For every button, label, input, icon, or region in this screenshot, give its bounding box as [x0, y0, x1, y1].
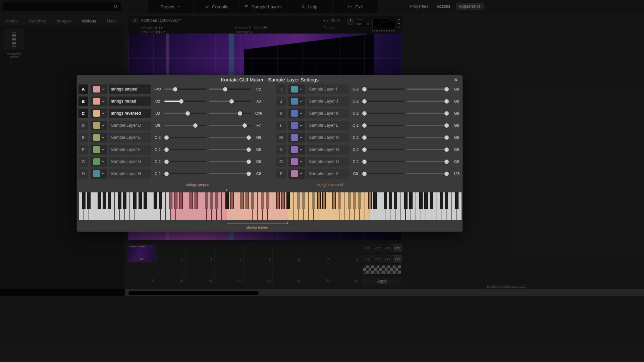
layer-high-slider[interactable]: [209, 87, 251, 92]
layer-high-slider[interactable]: [209, 171, 251, 176]
slider-handle[interactable]: [444, 111, 449, 116]
layer-letter[interactable]: O: [276, 157, 286, 167]
slider-handle[interactable]: [362, 147, 367, 152]
black-key[interactable]: [133, 192, 137, 209]
black-key[interactable]: [261, 192, 264, 209]
layer-color-picker[interactable]: [288, 121, 305, 130]
layer-letter[interactable]: P: [276, 169, 286, 179]
black-key[interactable]: [312, 192, 315, 209]
slider-handle[interactable]: [444, 147, 449, 152]
black-key[interactable]: [87, 192, 91, 209]
slider-handle[interactable]: [444, 160, 449, 164]
black-key[interactable]: [317, 192, 321, 209]
black-key[interactable]: [139, 192, 142, 209]
black-key[interactable]: [455, 192, 459, 209]
black-key[interactable]: [322, 192, 326, 209]
black-key[interactable]: [389, 192, 392, 209]
black-key[interactable]: [286, 192, 290, 209]
black-key[interactable]: [230, 192, 234, 209]
layer-low-slider[interactable]: [362, 87, 404, 92]
layer-high-slider[interactable]: [407, 99, 449, 104]
black-key[interactable]: [353, 192, 356, 209]
black-key[interactable]: [190, 192, 193, 209]
layer-name-field[interactable]: strings muted: [109, 97, 151, 106]
black-key[interactable]: [419, 192, 423, 209]
slider-handle[interactable]: [362, 87, 367, 92]
layer-color-picker[interactable]: [91, 121, 107, 130]
black-key[interactable]: [297, 192, 300, 209]
black-key[interactable]: [123, 192, 126, 209]
slider-handle[interactable]: [362, 123, 367, 128]
black-key[interactable]: [302, 192, 305, 209]
black-key[interactable]: [430, 192, 433, 209]
layer-letter[interactable]: N: [276, 145, 286, 155]
layer-low-slider[interactable]: [362, 159, 404, 164]
layer-low-slider[interactable]: [164, 135, 206, 140]
slider-handle[interactable]: [247, 135, 251, 140]
layer-color-picker[interactable]: [91, 97, 107, 106]
black-key[interactable]: [159, 192, 162, 209]
layer-high-slider[interactable]: [407, 123, 449, 128]
black-key[interactable]: [440, 192, 443, 209]
layer-high-slider[interactable]: [407, 171, 449, 176]
black-key[interactable]: [205, 192, 208, 209]
layer-name-field[interactable]: Sample Layer N: [307, 145, 349, 155]
black-key[interactable]: [373, 192, 377, 209]
layer-low-slider[interactable]: [164, 159, 206, 164]
layer-color-picker[interactable]: [288, 157, 305, 167]
layer-low-slider[interactable]: [164, 123, 206, 128]
black-key[interactable]: [394, 192, 397, 209]
black-key[interactable]: [195, 192, 198, 209]
black-key[interactable]: [246, 192, 249, 209]
layer-high-slider[interactable]: [209, 111, 251, 116]
layer-letter[interactable]: D: [78, 121, 88, 130]
layer-name-field[interactable]: Sample Layer L: [307, 121, 349, 130]
layer-letter[interactable]: A: [78, 84, 88, 94]
slider-handle[interactable]: [444, 172, 449, 176]
layer-letter[interactable]: I: [276, 84, 286, 94]
layer-name-field[interactable]: Sample Layer H: [109, 169, 151, 179]
slider-handle[interactable]: [238, 111, 242, 116]
layer-low-slider[interactable]: [164, 87, 206, 92]
black-key[interactable]: [179, 192, 183, 209]
layer-name-field[interactable]: strings reversed: [109, 109, 151, 118]
layer-color-picker[interactable]: [288, 97, 305, 106]
layer-color-picker[interactable]: [288, 84, 305, 94]
layer-low-slider[interactable]: [362, 135, 404, 140]
layer-name-field[interactable]: Sample Layer G: [109, 157, 151, 167]
slider-handle[interactable]: [164, 172, 169, 176]
slider-handle[interactable]: [247, 172, 251, 176]
black-key[interactable]: [368, 192, 372, 209]
black-key[interactable]: [276, 192, 280, 209]
black-key[interactable]: [169, 192, 172, 209]
layer-letter[interactable]: F: [78, 145, 88, 155]
layer-name-field[interactable]: Sample Layer P: [307, 169, 349, 179]
layer-letter[interactable]: J: [276, 97, 286, 106]
slider-handle[interactable]: [229, 99, 234, 104]
black-key[interactable]: [358, 192, 361, 209]
slider-handle[interactable]: [164, 147, 169, 152]
slider-handle[interactable]: [444, 87, 449, 92]
layer-high-slider[interactable]: [209, 159, 251, 164]
slider-handle[interactable]: [185, 111, 190, 116]
layer-name-field[interactable]: strings amped: [109, 84, 151, 94]
layer-letter[interactable]: K: [276, 109, 286, 118]
layer-high-slider[interactable]: [209, 99, 251, 104]
slider-handle[interactable]: [362, 111, 367, 116]
layer-color-picker[interactable]: [288, 109, 305, 118]
layer-name-field[interactable]: Sample Layer E: [109, 133, 151, 142]
layer-low-slider[interactable]: [362, 99, 404, 104]
layer-color-picker[interactable]: [288, 169, 305, 179]
layer-name-field[interactable]: Sample Layer F: [109, 145, 151, 155]
layer-high-slider[interactable]: [407, 135, 449, 140]
layer-low-slider[interactable]: [164, 171, 206, 176]
black-key[interactable]: [174, 192, 177, 209]
layer-letter[interactable]: M: [276, 133, 286, 142]
black-key[interactable]: [98, 192, 101, 209]
layer-name-field[interactable]: Sample Layer K: [307, 109, 349, 118]
slider-handle[interactable]: [444, 99, 449, 104]
layer-name-field[interactable]: Sample Layer M: [307, 133, 349, 142]
close-icon[interactable]: ×: [452, 76, 460, 84]
black-key[interactable]: [118, 192, 121, 209]
layer-color-picker[interactable]: [288, 145, 305, 155]
